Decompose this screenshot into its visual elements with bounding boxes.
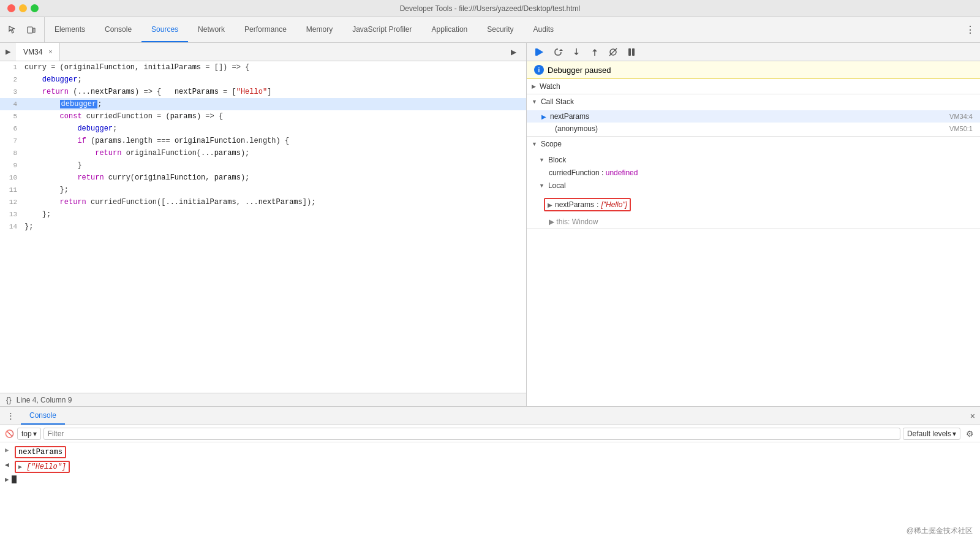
code-line-1: 1 curry = (originalFunction, initialPara…	[0, 61, 526, 74]
call-stack-content: ▶ nextParams VM34:4 (anonymous) VM50:1	[527, 109, 980, 136]
svg-rect-0	[28, 27, 32, 33]
call-stack-label: Call Stack	[541, 97, 574, 106]
tab-console[interactable]: Console	[95, 17, 141, 42]
tab-js-profiler[interactable]: JavaScript Profiler	[342, 17, 421, 42]
code-line-11: 11 };	[0, 184, 526, 196]
more-tabs-button[interactable]: ⋮	[960, 17, 980, 42]
tab-application[interactable]: Application	[422, 17, 478, 42]
file-tab-name: VM34	[23, 48, 42, 56]
block-scope-item: curriedFunction : undefined	[527, 167, 980, 178]
call-stack-name-1: (anonymous)	[555, 124, 946, 133]
status-bar: {} Line 4, Column 9	[0, 393, 526, 406]
maximize-button[interactable]	[31, 4, 39, 12]
record-button[interactable]: ▶	[505, 44, 521, 60]
call-stack-header[interactable]: ▼ Call Stack	[527, 94, 980, 109]
scope-content: ▼ Block curriedFunction : undefined ▼ Lo…	[527, 151, 980, 229]
next-params-box[interactable]: ▶ nextParams : ["Hello"]	[544, 198, 631, 211]
call-stack-item-1[interactable]: (anonymous) VM50:1	[527, 123, 980, 135]
expand-array-icon[interactable]: ▶	[18, 464, 22, 471]
step-out-button[interactable]	[587, 44, 603, 60]
code-line-8: 8 return originalFunction(...params);	[0, 147, 526, 159]
expand-next-params-icon: ▶	[548, 202, 552, 208]
console-tabs: ⋮ Console ×	[0, 407, 980, 425]
svg-rect-12	[632, 48, 635, 56]
file-tab-vm34[interactable]: VM34 ×	[16, 43, 60, 61]
console-settings-button[interactable]: ⚙	[963, 427, 976, 441]
context-value: top	[21, 429, 32, 438]
call-stack-file-1: VM50:1	[949, 125, 973, 132]
resume-button[interactable]	[532, 44, 548, 60]
step-over-button[interactable]	[550, 44, 566, 60]
code-line-4: 4 debugger;	[0, 98, 526, 110]
entry-back-arrow: ◀	[5, 461, 15, 469]
tab-memory[interactable]: Memory	[296, 17, 342, 42]
svg-marker-2	[537, 48, 543, 56]
console-close-button[interactable]: ×	[965, 407, 980, 425]
console-sidebar-button[interactable]: ⋮	[2, 408, 18, 424]
svg-marker-4	[559, 49, 563, 51]
code-line-10: 10 return curry(originalFunction, params…	[0, 172, 526, 184]
nextparams-badge[interactable]: nextParams	[15, 446, 66, 458]
file-list-icon[interactable]: ▶	[0, 43, 16, 61]
code-panel: ▶ VM34 × ▶ 1 curry = (originalFunction, …	[0, 43, 527, 406]
debug-sections: i Debugger paused ▶ Watch ▼ Call Stack	[527, 61, 980, 406]
tab-performance[interactable]: Performance	[235, 17, 296, 42]
tab-elements[interactable]: Elements	[45, 17, 95, 42]
console-filter-input[interactable]	[43, 428, 900, 440]
code-line-3: 3 return (...nextParams) => { nextParams…	[0, 86, 526, 98]
svg-rect-1	[33, 28, 35, 32]
scope-label: Scope	[541, 140, 562, 148]
svg-line-9	[609, 48, 617, 56]
block-label: Block	[548, 156, 566, 164]
log-levels-selector[interactable]: Default levels ▾	[903, 428, 960, 440]
next-params-scope-container: ▶ nextParams : ["Hello"]	[527, 193, 980, 216]
local-triangle: ▼	[539, 183, 545, 189]
pause-on-exceptions-button[interactable]	[624, 44, 639, 60]
context-selector[interactable]: top ▾	[17, 428, 41, 440]
no-errors-icon[interactable]: 🚫	[4, 428, 15, 439]
minimize-button[interactable]	[19, 4, 27, 12]
close-button[interactable]	[7, 4, 15, 12]
code-line-12: 12 return curriedFunction([...initialPar…	[0, 196, 526, 208]
deactivate-breakpoints-button[interactable]	[605, 44, 621, 60]
active-frame-icon: ▶	[541, 113, 546, 120]
status-icon: {}	[6, 395, 12, 404]
step-into-button[interactable]	[568, 44, 584, 60]
block-header[interactable]: ▼ Block	[527, 153, 980, 167]
code-line-5: 5 const curriedFunction = (params) => {	[0, 110, 526, 123]
svg-rect-11	[628, 48, 631, 56]
nav-tabs: Elements Console Sources Network Perform…	[45, 17, 960, 42]
file-tab-close[interactable]: ×	[46, 48, 55, 56]
scope-triangle: ▼	[532, 141, 537, 147]
log-levels-label: Default levels	[907, 429, 951, 438]
log-levels-icon: ▾	[952, 429, 956, 438]
title-bar: Developer Tools - file:///Users/yazeed/D…	[0, 0, 980, 17]
block-triangle: ▼	[539, 157, 545, 163]
window-title: Developer Tools - file:///Users/yazeed/D…	[400, 4, 581, 13]
tab-network[interactable]: Network	[188, 17, 235, 42]
array-badge[interactable]: ▶ ["Hello"]	[15, 461, 70, 473]
debug-toolbar	[527, 43, 980, 61]
nextparams-label: nextParams	[18, 448, 62, 456]
tab-audits[interactable]: Audits	[524, 17, 564, 42]
tab-console-bottom[interactable]: Console	[21, 407, 65, 425]
prompt-icon: ▶	[5, 475, 9, 483]
call-stack-item-0[interactable]: ▶ nextParams VM34:4	[527, 110, 980, 123]
svg-marker-6	[574, 53, 579, 55]
tab-sources[interactable]: Sources	[141, 17, 188, 42]
console-prompt[interactable]: ▶	[0, 474, 980, 485]
array-value: ["Hello"]	[26, 463, 66, 471]
scope-header[interactable]: ▼ Scope	[527, 137, 980, 151]
code-line-2: 2 debugger;	[0, 74, 526, 86]
watch-header[interactable]: ▶ Watch	[527, 79, 980, 94]
tab-security[interactable]: Security	[477, 17, 523, 42]
inspect-element-button[interactable]	[5, 22, 21, 38]
code-line-7: 7 if (params.length === originalFunction…	[0, 135, 526, 147]
this-text: ▶	[549, 218, 556, 226]
svg-marker-8	[592, 49, 597, 51]
device-toolbar-button[interactable]	[23, 22, 39, 38]
call-stack-file-0: VM34:4	[949, 113, 973, 120]
console-tab-label: Console	[29, 411, 56, 420]
local-header[interactable]: ▼ Local	[527, 178, 980, 193]
watch-section: ▶ Watch	[527, 79, 980, 94]
